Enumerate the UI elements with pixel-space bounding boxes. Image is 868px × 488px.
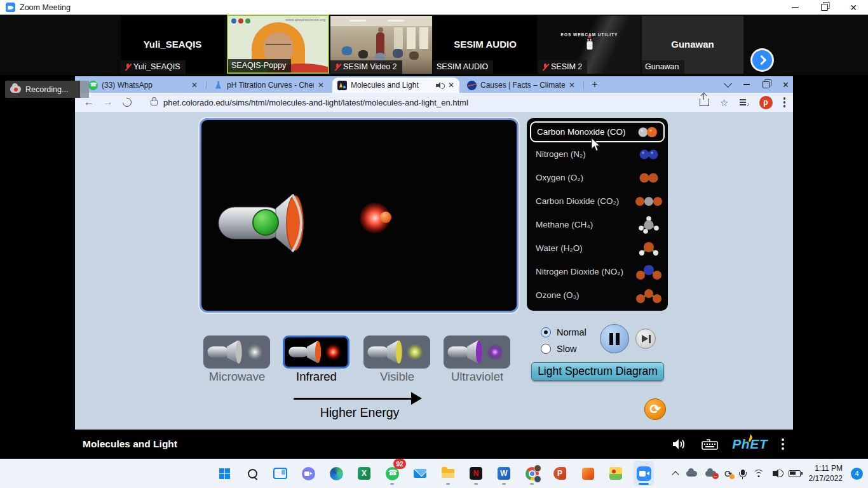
molecule-option-co2[interactable]: Carbon Dioxide (CO₂)	[527, 189, 668, 213]
browser-close-button[interactable]: ✕	[782, 80, 789, 90]
radio-slow[interactable]: Slow	[541, 341, 587, 357]
minimize-button[interactable]	[780, 0, 810, 15]
phet-navbar: Molecules and Light PhET	[75, 430, 793, 459]
tab-molecules-and-light[interactable]: Molecules and Light ✕	[332, 78, 459, 93]
new-tab-button[interactable]: +	[588, 78, 601, 91]
participant-tile-gunawan[interactable]: Gunawan Gunawan	[642, 16, 743, 74]
forward-button[interactable]: →	[103, 97, 113, 108]
task-view-icon[interactable]	[270, 461, 290, 486]
onedrive-icon[interactable]	[686, 471, 697, 477]
tab-close-icon[interactable]: ✕	[569, 81, 575, 90]
close-button[interactable]: ✕	[839, 0, 868, 15]
phet-logo[interactable]: PhET	[732, 437, 768, 452]
nasa-favicon	[467, 81, 477, 90]
whatsapp-icon[interactable]: 92	[382, 461, 402, 486]
participant-name: SESIM AUDIO	[433, 39, 537, 50]
recording-cloud-icon	[10, 86, 21, 93]
molecule-option-o2[interactable]: Oxygen (O₂)	[527, 166, 668, 189]
participant-tile-yuli[interactable]: Yuli_SEAQIS Yuli_SEAQIS	[121, 16, 224, 74]
tab-climate-change[interactable]: Causes | Facts – Climate Change ✕	[462, 78, 580, 93]
notification-count-badge[interactable]: 4	[851, 468, 863, 480]
tab-ph-titration[interactable]: pH Titration Curves - Chemistry L ✕	[208, 78, 329, 93]
participant-tile-poppy[interactable]: www.qitepinscience.org SEAQIS-Poppy	[227, 15, 329, 74]
flashlight[interactable]	[217, 187, 332, 260]
co-molecule-icon	[634, 123, 661, 141]
keyboard-icon[interactable]	[702, 439, 718, 450]
lock-icon[interactable]	[151, 100, 158, 105]
step-forward-button[interactable]	[635, 329, 656, 349]
office-icon[interactable]	[578, 461, 598, 486]
sim-title: Molecules and Light	[83, 438, 177, 450]
molecule-option-no2[interactable]: Nitrogen Dioxide (NO₂)	[527, 260, 668, 283]
light-source-microwave[interactable]	[203, 336, 270, 369]
start-button[interactable]	[214, 461, 234, 486]
light-spectrum-diagram-button[interactable]: Light Spectrum Diagram	[531, 362, 664, 381]
pause-button[interactable]	[600, 324, 629, 353]
tab-search-chevron-icon[interactable]	[724, 79, 732, 88]
tab-close-icon[interactable]: ✕	[318, 81, 324, 90]
side-panel-icon[interactable]	[740, 99, 749, 106]
participant-tile-sesim-video-2[interactable]: SESIM Video 2	[330, 16, 432, 74]
reload-button[interactable]	[123, 98, 132, 107]
flask-favicon	[214, 81, 223, 90]
radio-normal-circle[interactable]	[541, 327, 551, 337]
mail-icon[interactable]	[410, 461, 430, 486]
back-button[interactable]: ←	[84, 97, 94, 108]
clock[interactable]: 1:11 PM 2/17/2022	[809, 463, 843, 484]
wifi-icon[interactable]	[753, 470, 764, 478]
participant-label: Gunawan	[645, 62, 679, 71]
higher-energy-label: Higher Energy	[315, 405, 404, 420]
netflix-icon[interactable]: N	[466, 461, 486, 486]
light-source-visible[interactable]	[363, 336, 430, 369]
volume-icon[interactable]	[773, 471, 777, 476]
co-oxygen-atom	[380, 212, 391, 223]
phet-menu-icon[interactable]	[782, 443, 784, 445]
chrome-icon[interactable]	[522, 461, 542, 486]
search-icon[interactable]	[242, 461, 262, 486]
molecule-option-ch4[interactable]: Methane (CH₄)	[527, 213, 668, 236]
molecule-option-o3[interactable]: Ozone (O₃)	[527, 283, 668, 307]
recording-indicator[interactable]: Recording...	[5, 81, 80, 98]
profile-avatar[interactable]: p	[759, 96, 773, 109]
participant-tile-sesim-audio[interactable]: SESIM AUDIO SESIM AUDIO	[433, 16, 537, 74]
excel-icon[interactable]: X	[354, 461, 374, 486]
participant-tile-sesim-2[interactable]: EOS WEBCAM UTILITY SESIM 2	[538, 16, 641, 74]
molecule-option-h2o[interactable]: Water (H₂O)	[527, 236, 668, 260]
light-source-infrared[interactable]	[283, 336, 349, 369]
reset-all-button[interactable]: ⟳	[644, 398, 666, 420]
browser-menu-icon[interactable]	[783, 101, 786, 104]
chat-icon[interactable]	[298, 461, 318, 486]
banner-url: www.qitepinscience.org	[285, 18, 325, 22]
tab-whatsapp[interactable]: (33) WhatsApp ✕	[83, 78, 203, 93]
battery-icon[interactable]	[789, 470, 801, 477]
photos-icon[interactable]	[606, 461, 626, 486]
browser-minimize-button[interactable]	[743, 84, 750, 85]
sync-paused-cloud-icon[interactable]	[705, 471, 716, 477]
muted-mic-icon	[541, 63, 548, 71]
next-participants-button[interactable]	[752, 50, 772, 70]
light-source-ultraviolet[interactable]	[444, 336, 510, 369]
tab-close-icon[interactable]: ✕	[448, 81, 454, 90]
maximize-button[interactable]	[810, 0, 839, 15]
tray-overflow-chevron-icon[interactable]	[672, 471, 679, 478]
address-bar[interactable]: phet.colorado.edu/sims/html/molecules-an…	[163, 98, 700, 107]
radio-slow-circle[interactable]	[541, 344, 551, 354]
browser-maximize-button[interactable]	[763, 81, 770, 88]
bookmark-star-icon[interactable]: ☆	[720, 98, 728, 107]
share-icon[interactable]	[700, 98, 709, 106]
edge-icon[interactable]	[326, 461, 346, 486]
tab-audio-icon[interactable]	[436, 82, 444, 89]
mouse-cursor	[591, 137, 602, 152]
photon-emitter-button[interactable]	[253, 210, 278, 235]
powerpoint-icon[interactable]: P	[550, 461, 570, 486]
zoom-taskbar-icon[interactable]	[634, 461, 654, 486]
sync-icon[interactable]: ⟳	[724, 469, 733, 478]
file-explorer-icon[interactable]	[438, 461, 458, 486]
radio-normal[interactable]: Normal	[541, 324, 587, 341]
observation-window[interactable]	[200, 118, 519, 313]
sound-icon[interactable]	[672, 438, 688, 451]
tab-close-icon[interactable]: ✕	[191, 81, 198, 90]
microphone-tray-icon[interactable]	[741, 470, 745, 475]
word-icon[interactable]: W	[494, 461, 514, 486]
participant-label: SESIM Video 2	[343, 62, 397, 71]
